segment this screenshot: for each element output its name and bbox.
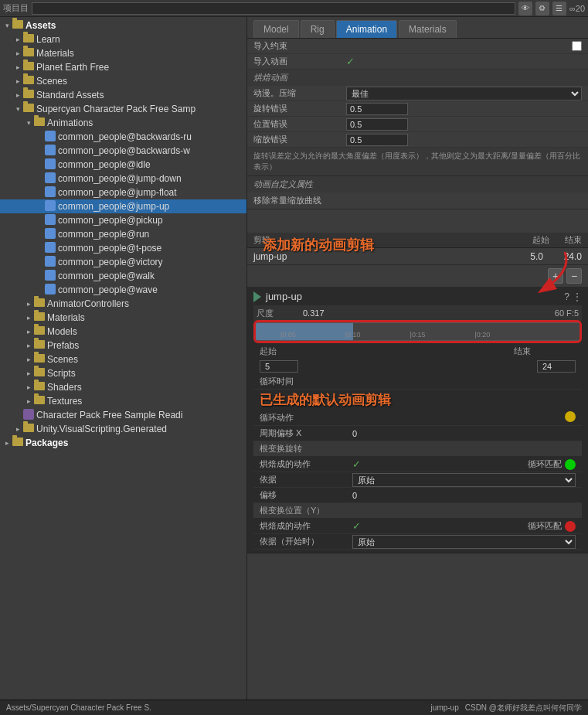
tree-item[interactable]: ▸Planet Earth Free [0, 60, 246, 74]
length-value: 0.317 [303, 308, 555, 318]
anim-icon [45, 200, 56, 213]
right-panel: Model Rig Animation Materials 导入约束 导入动画 … [247, 17, 588, 700]
tree-item[interactable]: common_people@walk [0, 269, 246, 283]
tree-item[interactable]: common_people@backwards-ru [0, 130, 246, 144]
based-dropdown2[interactable]: 原始 [352, 535, 576, 549]
folder-icon [23, 90, 34, 100]
tree-item[interactable]: common_people@run [0, 227, 246, 241]
tree-label: common_people@t-pose [58, 243, 161, 254]
tree-item[interactable]: common_people@idle [0, 158, 246, 172]
bake-section-header: 烘焙动画 [247, 70, 588, 86]
status-watermark: CSDN @老师好我差点叫何何同学 [465, 703, 582, 713]
tree-item[interactable]: ▸Models [0, 325, 246, 339]
timeline-track[interactable]: |0:05 |0:10 |0:15 |0:20 [255, 322, 580, 341]
tree-label: common_people@victory [58, 257, 163, 267]
loop-match-yellow-dot [565, 411, 576, 424]
tree-item[interactable]: common_people@backwards-w [0, 144, 246, 158]
clip-name: jump-up [253, 251, 505, 262]
import-constraints-checkbox[interactable] [572, 41, 582, 51]
tree-arrow: ▸ [12, 36, 23, 43]
icon-settings[interactable]: ⚙ [535, 2, 549, 15]
icon-eye[interactable]: 👁 [518, 2, 532, 15]
question-icon[interactable]: ? [564, 291, 569, 302]
tree-label: common_people@walk [58, 271, 155, 281]
folder-icon [34, 396, 45, 407]
anim-icons: ? ⋮ [564, 291, 582, 302]
tree-item[interactable]: ▸Materials [0, 311, 246, 325]
tree-arrow: ▸ [12, 49, 23, 57]
folder-icon [23, 76, 34, 87]
compress-label: 动漫。压缩 [253, 87, 346, 99]
icon-filter[interactable]: ☰ [552, 2, 566, 15]
tree-item[interactable]: common_people@jump-up [0, 199, 246, 213]
clips-section: 添加新的动画剪辑 剪辑 起始 结束 jump-up 5.0 24.0 [247, 233, 588, 288]
tree-label: common_people@jump-up [58, 201, 169, 212]
based-row1: 依据 原始 [253, 472, 582, 488]
offset-row1: 偏移 0 [253, 488, 582, 503]
loop-time-label: 循环时间 [260, 376, 352, 387]
status-path: Assets/Supercyan Character Pack Free S. [6, 703, 425, 712]
tab-materials[interactable]: Materials [399, 20, 457, 38]
tab-model[interactable]: Model [253, 20, 299, 38]
loop-time-row: 循环时间 [253, 374, 582, 390]
tree-item[interactable]: ▸Scripts [0, 366, 246, 380]
tree-item[interactable]: ▸Textures [0, 394, 246, 408]
tree-label: Models [47, 326, 77, 337]
red-dot [565, 521, 576, 532]
tree-item[interactable]: ▸Standard Assets [0, 88, 246, 102]
tree-item[interactable]: common_people@wave [0, 283, 246, 297]
tree-item[interactable]: ▾Animations [0, 116, 246, 130]
tree-item[interactable]: ▸AnimatorControllers [0, 297, 246, 311]
based-dropdown1[interactable]: 原始 [352, 473, 576, 487]
anim-icon [45, 172, 56, 186]
tab-animation[interactable]: Animation [336, 20, 397, 38]
tree-item[interactable]: common_people@pickup [0, 213, 246, 227]
tree-item[interactable]: ▸Shaders [0, 380, 246, 394]
length-right: 60 F:5 [555, 308, 579, 318]
tree-item[interactable]: common_people@t-pose [0, 241, 246, 255]
tree-label: common_people@idle [58, 159, 151, 170]
folder-icon [34, 354, 45, 365]
tree-item[interactable]: ▸Scenes [0, 74, 246, 88]
tick-2: |0:10 [321, 331, 386, 339]
compress-dropdown[interactable]: 最佳 [346, 87, 582, 100]
tree-item[interactable]: ▾Assets [0, 19, 246, 32]
tree-item[interactable]: ▸Packages [0, 436, 246, 450]
tree-item[interactable]: ▸Learn [0, 32, 246, 46]
tree-item[interactable]: common_people@jump-down [0, 172, 246, 186]
tree-arrow: ▸ [12, 91, 23, 99]
end-value-input[interactable] [537, 360, 576, 373]
rot-error-label: 旋转错误 [253, 103, 346, 114]
pos-error-label: 位置错误 [253, 118, 346, 130]
folder-icon [23, 104, 34, 114]
tree-item[interactable]: ▾Supercyan Character Pack Free Samp [0, 102, 246, 116]
remove-clip-button[interactable]: − [566, 268, 582, 284]
add-clip-button[interactable]: + [548, 268, 563, 284]
tree-item[interactable]: common_people@jump-float [0, 186, 246, 199]
compress-row: 动漫。压缩 最佳 [247, 86, 588, 101]
more-icon[interactable]: ⋮ [573, 291, 582, 302]
bake-anim-label2: 烘焙成的动作 [260, 520, 352, 532]
green-dot [565, 459, 576, 470]
cycle-offset-row: 周期偏移 X 0 [253, 426, 582, 441]
bake-anim-check2: ✓ [352, 520, 469, 532]
status-anim-name: jump-up [431, 703, 459, 712]
tree-item[interactable]: ▸Materials [0, 46, 246, 60]
tree-item[interactable]: ▸Unity.VisualScripting.Generated [0, 422, 246, 436]
clip-actions: + − [247, 265, 588, 288]
tree-item[interactable]: common_people@victory [0, 255, 246, 269]
tree-item[interactable]: ▸Prefabs [0, 339, 246, 352]
tree-item[interactable]: ▸Scenes [0, 352, 246, 366]
anim-icon [45, 284, 56, 297]
scale-error-input[interactable] [346, 134, 408, 146]
clip-row[interactable]: jump-up 5.0 24.0 [247, 248, 588, 265]
clips-cols: 起始 结束 [532, 234, 582, 246]
based-label2: 依据（开始时） [260, 536, 352, 547]
rot-error-input[interactable] [346, 103, 408, 115]
search-input[interactable] [32, 2, 515, 15]
tab-rig[interactable]: Rig [301, 20, 335, 38]
start-value-input[interactable] [260, 360, 298, 373]
folder-icon [34, 326, 45, 337]
tree-item[interactable]: Character Pack Free Sample Readi [0, 408, 246, 422]
pos-error-input[interactable] [346, 118, 408, 131]
